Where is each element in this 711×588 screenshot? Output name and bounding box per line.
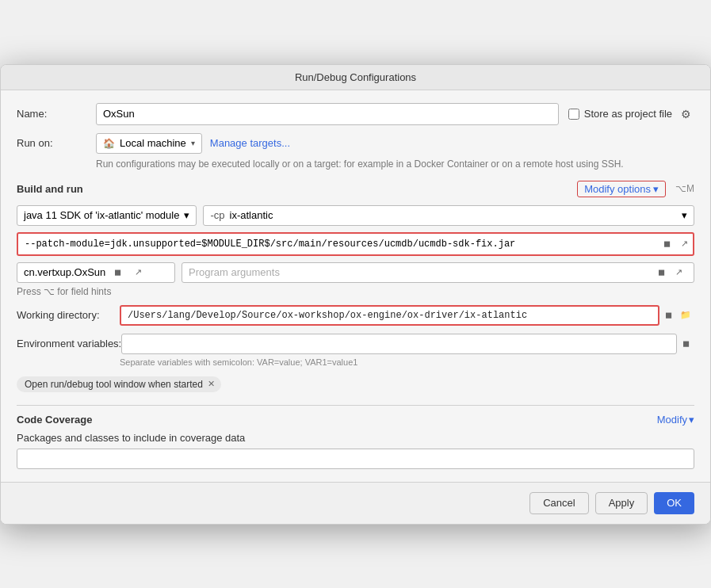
working-dir-row: Working directory: /Users/lang/Develop/S… [17, 305, 694, 326]
section-divider [17, 405, 694, 406]
env-vars-label: Environment variables: [17, 338, 121, 349]
modify-options-arrow-icon: ▾ [653, 183, 659, 195]
build-run-header: Build and run Modify options ▾ ⌥M [17, 181, 694, 197]
sdk-row: java 11 SDK of 'ix-atlantic' module ▾ -c… [17, 205, 694, 226]
dialog-title: Run/Debug Configurations [1, 65, 710, 90]
packages-input[interactable] [17, 449, 694, 469]
code-coverage-modify-arrow-icon: ▾ [689, 414, 694, 426]
vm-options-row: ◼ ↗ [17, 232, 694, 256]
cp-prefix: -cp [210, 209, 224, 221]
sdk-select[interactable]: java 11 SDK of 'ix-atlantic' module ▾ [17, 205, 197, 226]
open-window-label: Open run/debug tool window when started [25, 379, 203, 390]
run-on-value: Local machine [120, 137, 186, 149]
env-hint: Separate variables with semicolon: VAR=v… [120, 357, 694, 367]
store-project-checkbox[interactable] [568, 109, 579, 120]
prog-args-placeholder: Program arguments [189, 266, 280, 278]
apply-button[interactable]: Apply [595, 492, 648, 514]
run-on-arrow-icon: ▾ [191, 139, 195, 147]
working-dir-display: /Users/lang/Develop/Source/ox-workshop/o… [120, 305, 659, 326]
working-dir-expand-icon[interactable]: ◼ [659, 305, 677, 326]
run-debug-dialog: Run/Debug Configurations Name: Store as … [0, 64, 711, 525]
working-dir-folder-icon[interactable]: 📁 [677, 305, 694, 326]
env-expand-icon[interactable]: ◼ [677, 334, 694, 354]
mainclass-display: cn.vertxup.OxSun ◼ ↗ [17, 262, 175, 283]
run-on-label: Run on: [17, 137, 96, 149]
run-on-row: Run on: Local machine ▾ Manage targets..… [17, 133, 694, 154]
code-coverage-header: Code Coverage Modify ▾ [17, 414, 694, 426]
shortcut-hint: ⌥M [675, 183, 694, 194]
run-on-select[interactable]: Local machine ▾ [96, 133, 202, 154]
manage-targets-link[interactable]: Manage targets... [210, 137, 290, 149]
store-project-row: Store as project file ⚙ [568, 105, 694, 123]
env-vars-row: Environment variables: ◼ [17, 334, 694, 354]
mainclass-expand-icon[interactable]: ◼ [109, 264, 126, 281]
code-coverage-title: Code Coverage [17, 414, 92, 426]
cp-select[interactable]: -cp ix-atlantic ▾ [203, 205, 694, 226]
mainclass-value: cn.vertxup.OxSun [24, 266, 105, 278]
sdk-arrow-icon: ▾ [184, 209, 189, 221]
run-on-hint: Run configurations may be executed local… [96, 157, 694, 171]
cancel-button[interactable]: Cancel [529, 492, 588, 514]
field-hint: Press ⌥ for field hints [17, 286, 694, 297]
store-project-gear[interactable]: ⚙ [677, 105, 694, 123]
build-run-title: Build and run [17, 183, 83, 195]
vm-options-expand-icon[interactable]: ◼ [658, 234, 675, 254]
vm-options-fullscreen-icon[interactable]: ↗ [675, 234, 693, 254]
mainclass-fullscreen-icon[interactable]: ↗ [129, 264, 147, 281]
cp-value: ix-atlantic [230, 209, 273, 221]
prog-args-fullscreen-icon[interactable]: ↗ [670, 264, 687, 281]
modify-options-label: Modify options [584, 183, 651, 195]
code-coverage-modify-link[interactable]: Modify ▾ [657, 414, 694, 426]
modify-options-button[interactable]: Modify options ▾ [577, 181, 666, 197]
mainclass-row: cn.vertxup.OxSun ◼ ↗ Program arguments ◼… [17, 262, 694, 283]
house-icon [103, 137, 115, 149]
store-project-label: Store as project file [584, 108, 672, 120]
env-vars-input[interactable] [121, 334, 677, 354]
open-window-tag: Open run/debug tool window when started … [17, 376, 221, 392]
prog-args-display: Program arguments ◼ ↗ [182, 262, 694, 283]
working-dir-label: Working directory: [17, 309, 120, 321]
code-coverage-modify-label: Modify [657, 414, 687, 426]
dialog-footer: Cancel Apply OK [1, 482, 710, 524]
tags-row: Open run/debug tool window when started … [17, 376, 694, 392]
name-row: Name: Store as project file ⚙ [17, 103, 694, 125]
vm-options-input[interactable] [18, 234, 658, 254]
sdk-value: java 11 SDK of 'ix-atlantic' module [24, 209, 179, 221]
cp-arrow-icon: ▾ [682, 209, 687, 221]
working-dir-value: /Users/lang/Develop/Source/ox-workshop/o… [128, 310, 652, 321]
prog-args-expand-icon[interactable]: ◼ [652, 264, 670, 281]
name-label: Name: [17, 108, 96, 120]
packages-label: Packages and classes to include in cover… [17, 432, 694, 444]
ok-button[interactable]: OK [654, 492, 694, 514]
name-input[interactable] [96, 103, 559, 125]
open-window-close-icon[interactable]: ✕ [208, 379, 215, 389]
